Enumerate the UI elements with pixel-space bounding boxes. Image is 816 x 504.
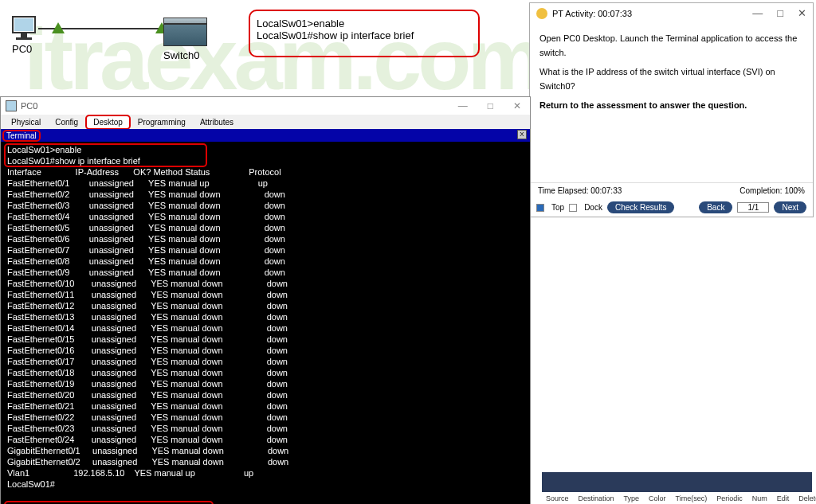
terminal-label: Terminal <box>2 130 41 142</box>
column-time(sec)[interactable]: Time(sec) <box>676 494 708 502</box>
pt-window-title: PT Activity: 00:07:33 <box>552 9 632 18</box>
highlight-vlan1 <box>4 501 214 504</box>
time-elapsed: Time Elapsed: 00:07:33 <box>538 186 622 195</box>
column-edit[interactable]: Edit <box>777 494 790 502</box>
pt-minimize-button[interactable]: — <box>752 7 763 19</box>
window-title: PC0 <box>21 101 37 111</box>
switch0-label: Switch0 <box>163 49 207 61</box>
pc0-window: PC0 — □ ✕ Physical Config Desktop Progra… <box>0 96 531 504</box>
column-destination[interactable]: Destination <box>579 494 614 502</box>
pt-status-row: Time Elapsed: 00:07:33 Completion: 100% <box>530 182 813 198</box>
page-input[interactable] <box>737 202 769 213</box>
tab-desktop[interactable]: Desktop <box>85 115 131 130</box>
instruction-line1: LocalSw01>enable <box>257 18 472 29</box>
back-button[interactable]: Back <box>699 201 732 213</box>
instruction-line2: LocalSw01#show ip interface brief <box>257 29 472 41</box>
column-source[interactable]: Source <box>546 494 569 502</box>
pt-activity-icon <box>536 8 547 19</box>
terminal-titlebar: Terminal X <box>1 129 530 142</box>
tabs-row: Physical Config Desktop Programming Attr… <box>1 115 530 129</box>
pt-maximize-button[interactable]: □ <box>777 7 783 19</box>
topology-area: PC0 Switch0 <box>4 4 243 92</box>
window-titlebar[interactable]: PC0 — □ ✕ <box>1 97 530 115</box>
pc-window-icon <box>6 100 17 111</box>
switch0-device[interactable]: Switch0 <box>163 24 207 61</box>
pt-line3: Return to the assessment to answer the q… <box>539 98 803 112</box>
close-button[interactable]: ✕ <box>509 100 525 111</box>
completion: Completion: 100% <box>740 186 805 195</box>
column-type[interactable]: Type <box>624 494 640 502</box>
minimize-button[interactable]: — <box>454 100 472 111</box>
column-num[interactable]: Num <box>752 494 767 502</box>
pc0-device[interactable]: PC0 <box>12 16 36 55</box>
pc-icon <box>12 16 36 33</box>
column-color[interactable]: Color <box>649 494 666 502</box>
check-results-button[interactable]: Check Results <box>607 201 674 213</box>
terminal-output[interactable]: LocalSw01>enable LocalSw01#show ip inter… <box>1 142 530 504</box>
event-list-bar <box>542 472 812 492</box>
dock-label: Dock <box>584 203 602 212</box>
pt-line2: What is the IP address of the switch vir… <box>539 64 803 93</box>
event-columns: SourceDestinationTypeColorTime(sec)Perio… <box>542 492 812 504</box>
terminal-close-button[interactable]: X <box>517 130 527 139</box>
maximize-button[interactable]: □ <box>484 100 497 111</box>
pt-titlebar[interactable]: PT Activity: 00:07:33 — □ ✕ <box>530 3 813 23</box>
pt-line1: Open PC0 Desktop. Launch the Terminal ap… <box>539 31 803 60</box>
column-delete[interactable]: Delete <box>798 494 816 502</box>
top-checkbox[interactable] <box>536 204 544 212</box>
column-periodic[interactable]: Periodic <box>716 494 743 502</box>
tab-programming[interactable]: Programming <box>131 115 193 129</box>
pt-buttons-row: Top Dock Check Results Back Next <box>530 198 813 217</box>
tab-attributes[interactable]: Attributes <box>193 115 241 129</box>
pt-activity-window: PT Activity: 00:07:33 — □ ✕ Open PC0 Des… <box>529 2 814 217</box>
tab-config[interactable]: Config <box>48 115 85 129</box>
top-label: Top <box>551 203 564 212</box>
dock-checkbox[interactable] <box>569 204 577 212</box>
link-status-icon <box>52 22 65 33</box>
instruction-callout: LocalSw01>enable LocalSw01#show ip inter… <box>249 10 480 57</box>
pt-close-button[interactable]: ✕ <box>798 7 806 19</box>
tab-physical[interactable]: Physical <box>4 115 48 129</box>
pt-instructions: Open PC0 Desktop. Launch the Terminal ap… <box>530 23 813 182</box>
switch-icon <box>163 24 207 46</box>
pc0-label: PC0 <box>12 43 36 55</box>
next-button[interactable]: Next <box>774 201 806 213</box>
